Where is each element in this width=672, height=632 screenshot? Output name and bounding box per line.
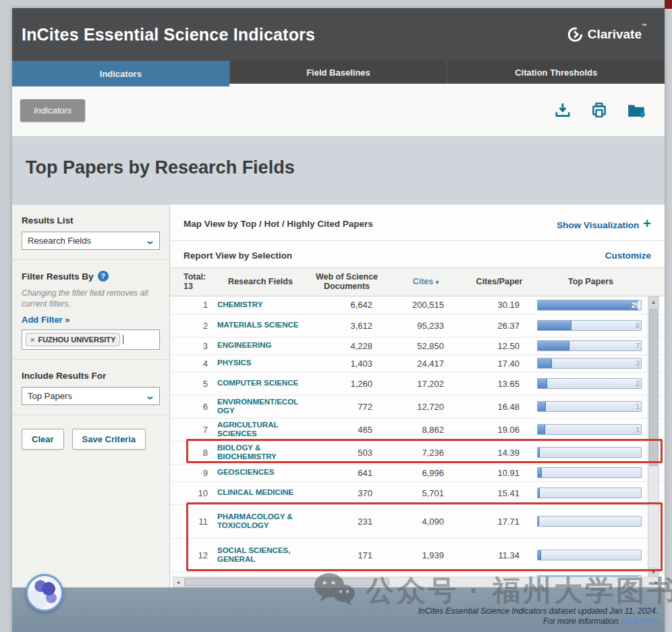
table-row[interactable]: 5 COMPUTER SCIENCE 1,260 17,202 13.65 2 xyxy=(170,372,665,395)
row-rank: 1 xyxy=(184,300,217,310)
plus-icon[interactable]: + xyxy=(643,216,651,231)
top-papers-bar-track: 1 xyxy=(537,401,642,412)
col-top-papers: Top Papers xyxy=(537,277,644,286)
tab-field-baselines[interactable]: Field Baselines xyxy=(229,61,447,84)
row-field-link[interactable]: SOCIAL SCIENCES, GENERAL xyxy=(217,546,304,564)
table-row[interactable]: 1 CHEMISTRY 6,642 200,515 30.19 25 xyxy=(170,296,665,314)
row-rank: 11 xyxy=(184,517,217,527)
row-cites-per-paper: 16.48 xyxy=(461,402,537,412)
row-wos: 370 xyxy=(304,488,390,498)
row-field-link[interactable]: COMPUTER SCIENCE xyxy=(217,379,304,388)
row-field-link[interactable]: PHARMACOLOGY & TOXICOLOGY xyxy=(217,512,304,531)
row-cites: 7,236 xyxy=(390,448,461,458)
top-papers-bar-fill xyxy=(538,488,540,498)
top-papers-bar-fill xyxy=(538,550,541,560)
top-papers-bar-fill xyxy=(538,379,547,388)
top-papers-bar-track: 2 xyxy=(537,378,642,389)
row-wos: 1,403 xyxy=(304,359,390,369)
results-list-select[interactable]: Research Fields ⌄ xyxy=(22,232,160,250)
toolbar-icons xyxy=(554,101,647,119)
save-criteria-button[interactable]: Save Criteria xyxy=(72,429,146,450)
remove-tag-icon[interactable]: × xyxy=(30,336,34,344)
download-icon[interactable] xyxy=(554,101,571,119)
top-papers-bar: 25 xyxy=(537,300,644,311)
corner-red-mark xyxy=(665,0,672,9)
top-papers-bar-fill xyxy=(538,341,569,350)
report-view-row: Report View by Selection Customize xyxy=(170,240,665,267)
top-papers-bar-fill xyxy=(538,425,545,434)
vertical-scroll-thumb[interactable] xyxy=(649,309,658,466)
filter-tag-input[interactable]: × FUZHOU UNIVERSITY xyxy=(22,330,160,350)
page: InCites Essential Science Indicators Cla… xyxy=(12,8,665,632)
clear-button[interactable]: Clear xyxy=(22,429,64,450)
top-papers-bar: 3 xyxy=(537,358,644,369)
row-cites: 1,939 xyxy=(390,550,461,560)
print-icon[interactable] xyxy=(590,101,608,119)
total-count: Total:13 xyxy=(184,272,217,292)
table-row[interactable]: 8 BIOLOGY & BIOCHEMISTRY 503 7,236 14.39 xyxy=(170,441,665,464)
row-cites-per-paper: 15.41 xyxy=(461,488,537,498)
top-papers-bar-track xyxy=(537,550,642,560)
horizontal-scrollbar[interactable]: ◂ ▸ xyxy=(173,577,662,587)
dataset-update-note: InCites Essential Science Indicators dat… xyxy=(418,606,658,627)
col-cites-sort[interactable]: Cites ▾ xyxy=(390,277,461,286)
include-results-select[interactable]: Top Papers ⌄ xyxy=(22,387,160,405)
include-results-value: Top Papers xyxy=(28,391,72,401)
table-row[interactable]: 9 GEOSCIENCES 641 6,996 10.91 xyxy=(170,464,665,481)
scroll-up-icon[interactable]: ▲ xyxy=(648,297,659,308)
row-field-link[interactable]: CHEMISTRY xyxy=(217,300,304,310)
row-field-link[interactable]: BIOLOGY & BIOCHEMISTRY xyxy=(217,444,304,462)
filter-label: Filter Results By xyxy=(22,271,94,282)
row-field-link[interactable]: CLINICAL MEDICINE xyxy=(217,488,304,498)
top-papers-bar: 1 xyxy=(537,424,644,435)
top-papers-bar-fill xyxy=(538,448,540,457)
table-row[interactable]: 10 CLINICAL MEDICINE 370 5,701 15.41 xyxy=(170,481,665,504)
top-papers-bar-label: 1 xyxy=(636,425,640,433)
row-field-link[interactable]: ENGINEERING xyxy=(217,341,304,350)
add-filter-link[interactable]: Add Filter » xyxy=(22,315,160,325)
tab-indicators[interactable]: Indicators xyxy=(12,61,229,86)
help-icon[interactable]: ? xyxy=(98,271,109,282)
row-rank: 4 xyxy=(184,359,217,369)
row-field-link[interactable]: ENVIRONMENT/ECOLOGY xyxy=(217,398,304,416)
row-field-link[interactable]: PHYSICS xyxy=(217,359,304,368)
globe-icon[interactable] xyxy=(26,574,63,612)
top-papers-bar-label: 25 xyxy=(632,301,640,309)
click-here-link[interactable]: Click Here xyxy=(621,616,658,626)
scroll-right-icon[interactable]: ▸ xyxy=(652,579,661,585)
add-folder-icon[interactable] xyxy=(627,101,647,119)
row-field-link[interactable]: GEOSCIENCES xyxy=(217,468,304,477)
chevron-down-icon: ⌄ xyxy=(145,236,155,246)
horizontal-scroll-thumb[interactable] xyxy=(184,578,389,586)
customize-link[interactable]: Customize xyxy=(605,251,651,261)
results-list-value: Research Fields xyxy=(28,236,91,246)
row-wos: 1,260 xyxy=(304,379,390,389)
table-row[interactable]: 4 PHYSICS 1,403 24,417 17.40 3 xyxy=(170,354,665,372)
table-row[interactable]: 11 PHARMACOLOGY & TOXICOLOGY 231 4,090 1… xyxy=(170,504,665,538)
row-cites: 200,515 xyxy=(390,300,461,310)
map-view-row: Map View by Top / Hot / Highly Cited Pap… xyxy=(170,205,665,240)
vertical-scrollbar[interactable]: ▲ ▼ xyxy=(648,296,659,579)
row-rank: 12 xyxy=(184,550,217,560)
table-row[interactable]: 7 AGRICULTURAL SCIENCES 465 8,862 19.06 … xyxy=(170,418,665,441)
tab-citation-thresholds[interactable]: Citation Thresholds xyxy=(447,61,665,84)
row-rank: 9 xyxy=(184,468,217,478)
scroll-left-icon[interactable]: ◂ xyxy=(173,579,183,585)
row-field-link[interactable]: MATERIALS SCIENCE xyxy=(217,321,304,330)
table-row[interactable]: 12 SOCIAL SCIENCES, GENERAL 171 1,939 11… xyxy=(170,538,665,572)
row-rank: 2 xyxy=(184,321,217,331)
row-cites: 17,202 xyxy=(390,379,461,389)
breadcrumb-indicators-button[interactable]: Indicators xyxy=(20,99,85,122)
table-body: 1 CHEMISTRY 6,642 200,515 30.19 25 2 MAT… xyxy=(170,296,665,587)
table-row[interactable]: 3 ENGINEERING 4,228 52,850 12.50 7 xyxy=(170,337,665,354)
row-rank: 8 xyxy=(184,448,217,458)
row-field-link[interactable]: AGRICULTURAL SCIENCES xyxy=(217,421,304,439)
include-results-label: Include Results For xyxy=(22,371,160,381)
show-visualization-link[interactable]: Show Visualization xyxy=(557,220,639,230)
top-papers-bar-track xyxy=(537,516,642,527)
row-cites: 95,233 xyxy=(390,321,461,331)
table-row[interactable]: 2 MATERIALS SCIENCE 3,612 95,233 26.37 8 xyxy=(170,314,665,337)
table-row[interactable]: 6 ENVIRONMENT/ECOLOGY 772 12,720 16.48 1 xyxy=(170,395,665,418)
top-papers-bar-track: 1 xyxy=(537,424,642,435)
top-papers-bar-fill xyxy=(538,300,638,310)
